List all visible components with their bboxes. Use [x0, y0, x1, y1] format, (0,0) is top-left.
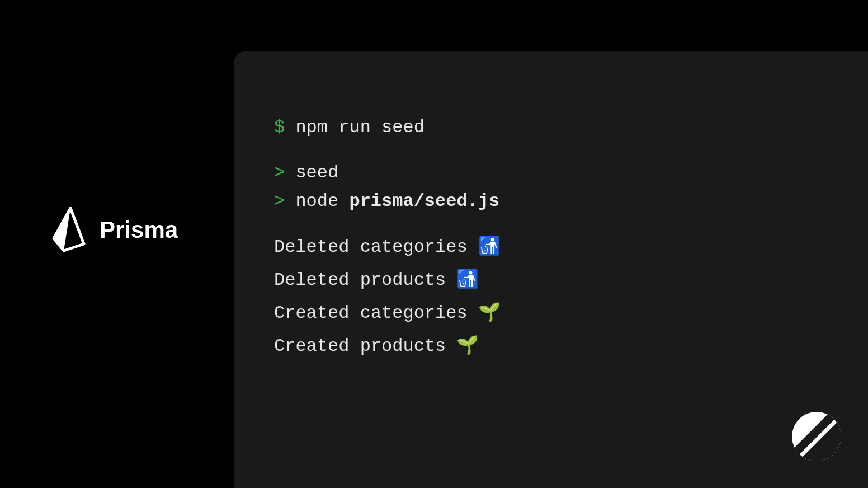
bracket-symbol: > — [274, 162, 285, 183]
command-text: npm run seed — [295, 117, 424, 138]
output-line-4: Created products 🌱 — [274, 332, 828, 360]
output-text-3: Created categories — [274, 303, 468, 323]
script-execution-group: > seed > node prisma/seed.js — [274, 158, 828, 215]
output-text-2: Deleted products — [274, 270, 446, 290]
script-path: prisma/seed.js — [349, 191, 499, 212]
prisma-icon — [49, 206, 88, 254]
script-name-line: > seed — [274, 158, 828, 187]
bracket-symbol: > — [274, 191, 285, 212]
output-group: Deleted categories 🚮 Deleted products 🚮 … — [274, 233, 828, 361]
output-line-3: Created categories 🌱 — [274, 299, 828, 327]
node-cmd: node — [295, 191, 338, 212]
output-line-2: Deleted products 🚮 — [274, 266, 828, 294]
output-text-1: Deleted categories — [274, 237, 468, 257]
command-line: $ npm run seed — [274, 113, 828, 142]
trash-icon: 🚮 — [456, 270, 479, 290]
seedling-icon: 🌱 — [456, 336, 479, 356]
seedling-icon: 🌱 — [478, 303, 501, 323]
trash-icon: 🚮 — [478, 237, 501, 257]
script-name: seed — [295, 162, 338, 183]
prisma-logo-section: Prisma — [49, 206, 178, 254]
prompt-symbol: $ — [274, 117, 285, 138]
terminal-window: $ npm run seed > seed > node prisma/seed… — [234, 51, 868, 488]
output-line-1: Deleted categories 🚮 — [274, 233, 828, 261]
node-command-line: > node prisma/seed.js — [274, 187, 828, 215]
prisma-logo-text: Prisma — [100, 217, 178, 243]
output-text-4: Created products — [274, 336, 446, 356]
planetscale-icon — [792, 412, 841, 461]
